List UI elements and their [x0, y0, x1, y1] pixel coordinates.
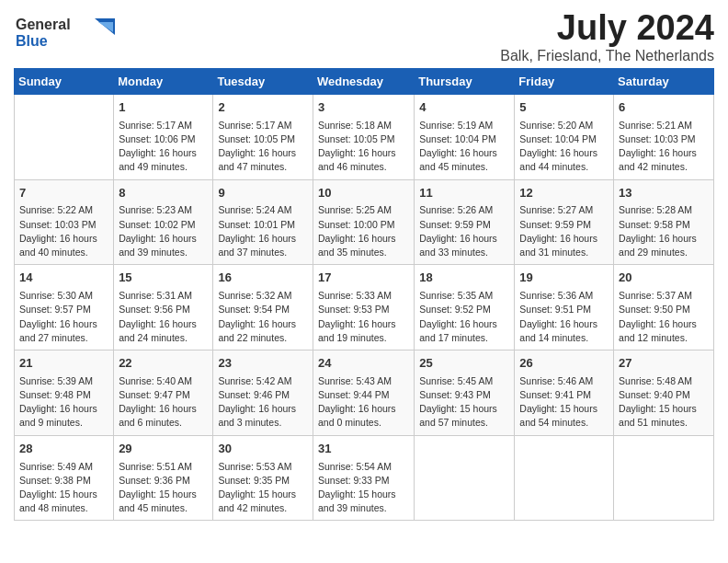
calendar-cell: 8Sunrise: 5:23 AMSunset: 10:02 PMDayligh… — [114, 179, 213, 265]
column-header-wednesday: Wednesday — [313, 68, 414, 94]
cell-text: Sunrise: 5:53 AM — [218, 460, 308, 474]
day-number: 27 — [619, 355, 709, 373]
cell-text: and 3 minutes. — [218, 416, 308, 430]
cell-text: and 45 minutes. — [419, 160, 509, 174]
cell-text: Sunrise: 5:31 AM — [119, 289, 208, 303]
cell-text: and 48 minutes. — [19, 501, 108, 515]
cell-text: Sunset: 9:57 PM — [19, 303, 108, 316]
day-number: 31 — [318, 441, 409, 458]
cell-text: and 39 minutes. — [119, 246, 208, 259]
calendar-cell: 15Sunrise: 5:31 AMSunset: 9:56 PMDayligh… — [114, 265, 213, 350]
svg-text:Blue: Blue — [16, 33, 48, 49]
day-number: 2 — [218, 99, 308, 117]
calendar-cell: 18Sunrise: 5:35 AMSunset: 9:52 PMDayligh… — [415, 265, 515, 350]
cell-text: Sunrise: 5:24 AM — [218, 203, 308, 217]
cell-text: and 9 minutes. — [19, 416, 108, 430]
cell-text: Sunset: 10:05 PM — [318, 132, 409, 146]
calendar-cell: 9Sunrise: 5:24 AMSunset: 10:01 PMDayligh… — [213, 179, 313, 265]
day-number: 4 — [419, 99, 509, 117]
cell-text: and 6 minutes. — [119, 416, 208, 430]
calendar-cell: 24Sunrise: 5:43 AMSunset: 9:44 PMDayligh… — [313, 350, 414, 435]
cell-text: Daylight: 15 hours — [19, 488, 108, 501]
calendar-cell: 27Sunrise: 5:48 AMSunset: 9:40 PMDayligh… — [614, 350, 714, 435]
column-header-saturday: Saturday — [614, 68, 714, 94]
cell-text: and 45 minutes. — [119, 501, 208, 515]
cell-text: Sunrise: 5:21 AM — [619, 119, 709, 132]
calendar-cell — [614, 435, 714, 521]
calendar-table: SundayMondayTuesdayWednesdayThursdayFrid… — [14, 68, 714, 522]
cell-text: Sunset: 9:59 PM — [519, 218, 609, 232]
calendar-cell: 29Sunrise: 5:51 AMSunset: 9:36 PMDayligh… — [114, 435, 213, 521]
calendar-cell: 22Sunrise: 5:40 AMSunset: 9:47 PMDayligh… — [114, 350, 213, 435]
cell-text: Sunset: 9:50 PM — [619, 303, 709, 316]
day-number: 5 — [519, 99, 609, 117]
calendar-cell: 6Sunrise: 5:21 AMSunset: 10:03 PMDayligh… — [614, 94, 714, 179]
cell-text: and 40 minutes. — [19, 246, 108, 259]
calendar-cell: 7Sunrise: 5:22 AMSunset: 10:03 PMDayligh… — [15, 179, 114, 265]
column-header-sunday: Sunday — [15, 68, 114, 94]
cell-text: and 42 minutes. — [218, 501, 308, 515]
week-row-4: 21Sunrise: 5:39 AMSunset: 9:48 PMDayligh… — [15, 350, 714, 435]
cell-text: and 46 minutes. — [318, 160, 409, 174]
day-number: 10 — [318, 185, 409, 202]
cell-text: Daylight: 15 hours — [218, 488, 308, 501]
calendar-cell: 5Sunrise: 5:20 AMSunset: 10:04 PMDayligh… — [515, 94, 614, 179]
cell-text: Sunset: 9:40 PM — [619, 388, 709, 402]
cell-text: Sunrise: 5:28 AM — [619, 203, 709, 217]
page-header: General Blue July 2024 Balk, Friesland, … — [14, 9, 714, 64]
cell-text: Daylight: 16 hours — [619, 232, 709, 246]
cell-text: Sunrise: 5:54 AM — [318, 460, 409, 474]
day-number: 20 — [619, 270, 709, 287]
day-number: 6 — [619, 99, 709, 117]
cell-text: Sunrise: 5:18 AM — [318, 119, 409, 132]
day-number: 16 — [218, 270, 308, 287]
cell-text: Daylight: 16 hours — [318, 146, 409, 160]
calendar-cell: 11Sunrise: 5:26 AMSunset: 9:59 PMDayligh… — [415, 179, 515, 265]
cell-text: Daylight: 16 hours — [519, 146, 609, 160]
day-number: 1 — [119, 99, 208, 117]
calendar-cell — [515, 435, 614, 521]
calendar-cell: 26Sunrise: 5:46 AMSunset: 9:41 PMDayligh… — [515, 350, 614, 435]
cell-text: Daylight: 16 hours — [318, 402, 409, 416]
column-header-monday: Monday — [114, 68, 213, 94]
day-number: 8 — [119, 185, 208, 202]
day-number: 19 — [519, 270, 609, 287]
cell-text: Daylight: 16 hours — [119, 402, 208, 416]
day-number: 23 — [218, 355, 308, 373]
day-number: 11 — [419, 185, 509, 202]
calendar-cell: 4Sunrise: 5:19 AMSunset: 10:04 PMDayligh… — [415, 94, 515, 179]
cell-text: Daylight: 16 hours — [519, 232, 609, 246]
cell-text: Daylight: 16 hours — [119, 317, 208, 331]
cell-text: Daylight: 16 hours — [519, 317, 609, 331]
cell-text: Sunrise: 5:22 AM — [19, 203, 108, 217]
cell-text: and 29 minutes. — [619, 246, 709, 259]
day-number: 13 — [619, 185, 709, 202]
cell-text: Sunset: 9:53 PM — [318, 303, 409, 316]
cell-text: Daylight: 16 hours — [619, 146, 709, 160]
cell-text: Sunrise: 5:48 AM — [619, 374, 709, 388]
cell-text: Sunrise: 5:20 AM — [519, 119, 609, 132]
week-row-3: 14Sunrise: 5:30 AMSunset: 9:57 PMDayligh… — [15, 265, 714, 350]
cell-text: Sunrise: 5:26 AM — [419, 203, 509, 217]
cell-text: Sunrise: 5:42 AM — [218, 374, 308, 388]
cell-text: Daylight: 16 hours — [19, 402, 108, 416]
cell-text: Sunset: 9:46 PM — [218, 388, 308, 402]
calendar-cell: 28Sunrise: 5:49 AMSunset: 9:38 PMDayligh… — [15, 435, 114, 521]
cell-text: Sunset: 10:04 PM — [419, 132, 509, 146]
cell-text: Daylight: 16 hours — [318, 317, 409, 331]
cell-text: Daylight: 16 hours — [419, 317, 509, 331]
calendar-cell: 23Sunrise: 5:42 AMSunset: 9:46 PMDayligh… — [213, 350, 313, 435]
calendar-cell — [415, 435, 515, 521]
calendar-cell: 3Sunrise: 5:18 AMSunset: 10:05 PMDayligh… — [313, 94, 414, 179]
cell-text: Sunrise: 5:17 AM — [119, 119, 208, 132]
cell-text: Sunset: 9:35 PM — [218, 474, 308, 488]
day-number: 17 — [318, 270, 409, 287]
cell-text: Daylight: 16 hours — [419, 232, 509, 246]
cell-text: Sunrise: 5:33 AM — [318, 289, 409, 303]
cell-text: Daylight: 15 hours — [619, 402, 709, 416]
cell-text: and 39 minutes. — [318, 501, 409, 515]
cell-text: Daylight: 16 hours — [218, 317, 308, 331]
cell-text: Sunset: 9:44 PM — [318, 388, 409, 402]
cell-text: Sunset: 10:03 PM — [19, 218, 108, 232]
calendar-cell: 12Sunrise: 5:27 AMSunset: 9:59 PMDayligh… — [515, 179, 614, 265]
